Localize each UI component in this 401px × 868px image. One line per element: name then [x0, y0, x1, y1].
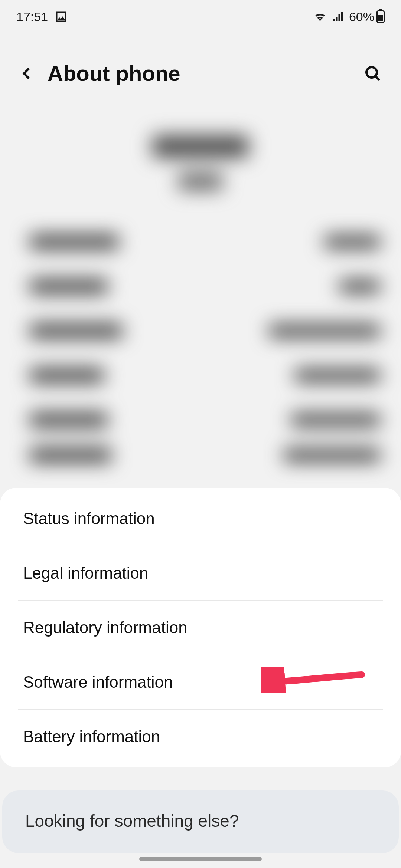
list-item-label: Software information: [23, 673, 173, 691]
suggestion-card[interactable]: Looking for something else?: [2, 790, 399, 853]
search-icon: [364, 65, 382, 82]
screenshot-icon: [55, 10, 68, 23]
svg-point-0: [366, 67, 377, 78]
nav-handle[interactable]: [139, 857, 262, 861]
search-button[interactable]: [362, 63, 383, 84]
app-header: About phone: [0, 33, 401, 113]
annotation-arrow-icon: [261, 667, 365, 697]
device-info-blurred: [0, 113, 401, 488]
battery-indicator: 60%: [349, 10, 385, 24]
list-item-software-information[interactable]: Software information: [0, 655, 401, 709]
signal-icon: [331, 10, 345, 23]
page-title: About phone: [48, 61, 351, 86]
chevron-left-icon: [20, 66, 35, 81]
list-item-regulatory-information[interactable]: Regulatory information: [0, 601, 401, 655]
status-bar: 17:51 60%: [0, 0, 401, 33]
list-item-status-information[interactable]: Status information: [0, 491, 401, 546]
info-list: Status information Legal information Reg…: [0, 488, 401, 767]
wifi-icon: [313, 10, 327, 23]
battery-percent: 60%: [349, 10, 374, 24]
back-button[interactable]: [18, 64, 36, 83]
list-item-label: Status information: [23, 509, 155, 527]
status-right: 60%: [313, 10, 385, 24]
list-item-legal-information[interactable]: Legal information: [0, 546, 401, 600]
list-item-battery-information[interactable]: Battery information: [0, 710, 401, 764]
suggestion-text: Looking for something else?: [25, 811, 239, 831]
status-left: 17:51: [16, 10, 68, 24]
list-item-label: Legal information: [23, 564, 149, 582]
clock: 17:51: [16, 10, 48, 24]
list-item-label: Battery information: [23, 727, 160, 746]
svg-line-1: [375, 76, 379, 80]
list-item-label: Regulatory information: [23, 618, 188, 637]
battery-icon: [376, 10, 385, 23]
